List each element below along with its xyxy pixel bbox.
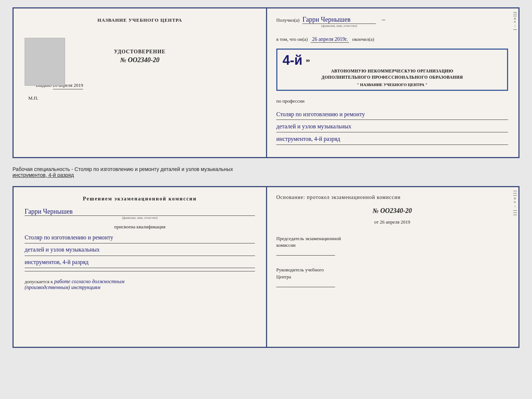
prof-line2: деталей и узлов музыкальных — [276, 121, 508, 132]
deco-line-4 — [513, 29, 517, 30]
deco-line-2 — [513, 14, 517, 14]
caption-text: Рабочая специальность - Столяр по изгото… — [12, 166, 233, 172]
right-decoration-bottom: и а ← — [512, 187, 518, 347]
rukovoditel-signature-line — [276, 287, 335, 287]
vtom-date: 26 апреля 2019г. — [311, 36, 349, 43]
deco-a: а — [513, 21, 517, 22]
photo-placeholder — [25, 38, 65, 86]
fio-subtitle-bottom: (фамилия, имя, отчество) — [25, 216, 255, 220]
deco-b-arrow: ← — [513, 205, 517, 209]
okoncil-label: окончил(а) — [352, 36, 374, 42]
profession-block: Столяр по изготовлению и ремонту деталей… — [276, 108, 508, 145]
poluchil-row: Получил(а) Гарри Чернышев (фамилия, имя,… — [276, 16, 508, 28]
top-document: НАЗВАНИЕ УЧЕБНОГО ЦЕНТРА УДОСТОВЕРЕНИЕ №… — [12, 7, 520, 158]
prisvoyena-label: присвоена квалификация — [25, 224, 255, 230]
stamp-line1: АВТОНОМНУЮ НЕКОММЕРЧЕСКУЮ ОРГАНИЗАЦИЮ — [283, 68, 502, 74]
deco-b-a: а — [513, 201, 517, 203]
deco-b-2 — [513, 193, 517, 193]
udostoverenie-block: УДОСТОВЕРЕНИЕ № OO2340-20 — [114, 49, 165, 64]
fio-name-bottom: Гарри Чернышев — [25, 208, 255, 216]
deco-i: и — [513, 18, 517, 19]
deco-b-3 — [513, 195, 517, 196]
ot-date: 26 апреля 2019 — [380, 219, 410, 225]
resheniem-title: Решением экзаменационной комиссии — [25, 196, 255, 202]
fourth-rank-big: 4-й — [283, 53, 302, 68]
bottom-left-panel: Решением экзаменационной комиссии Гарри … — [14, 187, 266, 347]
vtom-row: в том, что он(а) 26 апреля 2019г. окончи… — [276, 34, 508, 43]
deco-b-i: и — [513, 197, 517, 199]
vtom-label: в том, что он(а) — [276, 36, 308, 42]
qual-line2: деталей и узлов музыкальных — [25, 244, 255, 256]
qualification-block: Столяр по изготовлению и ремонту деталей… — [25, 232, 255, 269]
fio-block-bottom: Гарри Чернышев (фамилия, имя, отчество) — [25, 208, 255, 223]
deco-b-5 — [513, 213, 517, 213]
caption-underline: инструментов, 4-й разряд — [12, 172, 74, 178]
dopusk-text1: работе согласно должностным — [54, 279, 124, 284]
mp-label: М.П. — [28, 95, 38, 101]
predsedatel-label2: комиссии — [276, 242, 508, 249]
fio-subtitle-top: (фамилия, имя, отчество) — [321, 24, 357, 28]
predsedatel-signature-line — [276, 255, 335, 256]
deco-b-4 — [513, 210, 517, 211]
dopusk-text2: (производственным) инструкциям — [25, 285, 100, 290]
qual-line3: инструментов, 4-й разряд — [25, 257, 255, 268]
doc-caption: Рабочая специальность - Столяр по изгото… — [12, 165, 520, 179]
right-decoration-top: и а ← — [512, 8, 518, 157]
deco-b-6 — [513, 215, 517, 215]
prof-line1: Столяр по изготовлению и ремонту — [276, 109, 508, 120]
deco-line-3 — [513, 16, 517, 16]
bottom-right-panel: Основание: протокол экзаменационной коми… — [266, 187, 518, 347]
ot-label: от — [374, 219, 378, 225]
stamp-header-row: 4-й ю — [283, 53, 502, 68]
rukovoditel-label2: Центра — [276, 274, 508, 280]
osnovanie-title: Основание: протокол экзаменационной коми… — [276, 195, 508, 200]
stamp-quotes: " НАЗВАНИЕ УЧЕБНОГО ЦЕНТРА " — [283, 82, 502, 87]
deco-line-1 — [513, 12, 517, 13]
predsedatel-label1: Председатель экзаменационной — [276, 235, 508, 242]
predsedatel-block: Председатель экзаменационной комиссии — [276, 235, 508, 256]
ot-date-line: от 26 апреля 2019 — [276, 219, 508, 225]
udostoverenie-title: УДОСТОВЕРЕНИЕ — [114, 49, 165, 55]
deco-arrow: ← — [513, 24, 517, 28]
dopuskaetsya-block: допускается к работе согласно должностны… — [25, 279, 255, 291]
stamp-line2: ДОПОЛНИТЕЛЬНОГО ПРОФЕССИОНАЛЬНОГО ОБРАЗО… — [283, 74, 502, 81]
number-bottom: № OO2340-20 — [276, 207, 508, 215]
udostoverenie-number: № OO2340-20 — [114, 56, 165, 64]
top-right-panel: Получил(а) Гарри Чернышев (фамилия, имя,… — [266, 8, 518, 157]
rank-suffix: ю — [306, 57, 310, 63]
recipient-name: Гарри Чернышев — [302, 16, 376, 24]
prof-line3: инструментов, 4-й разряд — [276, 134, 508, 145]
deco-b-1 — [513, 191, 517, 191]
bottom-document: Решением экзаменационной комиссии Гарри … — [12, 186, 520, 348]
vertical-divider-bottom — [266, 187, 267, 347]
org-name-top: НАЗВАНИЕ УЧЕБНОГО ЦЕНТРА — [97, 17, 182, 23]
poluchil-label: Получил(а) — [276, 17, 299, 23]
stamp-box: 4-й ю АВТОНОМНУЮ НЕКОММЕРЧЕСКУЮ ОРГАНИЗА… — [276, 49, 508, 91]
qual-line1: Столяр по изготовлению и ремонту — [25, 232, 255, 243]
rukovoditel-block: Руководитель учебного Центра — [276, 267, 508, 287]
dopuskaetsya-label: допускается к — [25, 279, 53, 284]
top-left-panel: НАЗВАНИЕ УЧЕБНОГО ЦЕНТРА УДОСТОВЕРЕНИЕ №… — [14, 8, 266, 157]
rukovoditel-label1: Руководитель учебного — [276, 267, 508, 273]
po-professii-label: по профессии — [276, 98, 508, 104]
